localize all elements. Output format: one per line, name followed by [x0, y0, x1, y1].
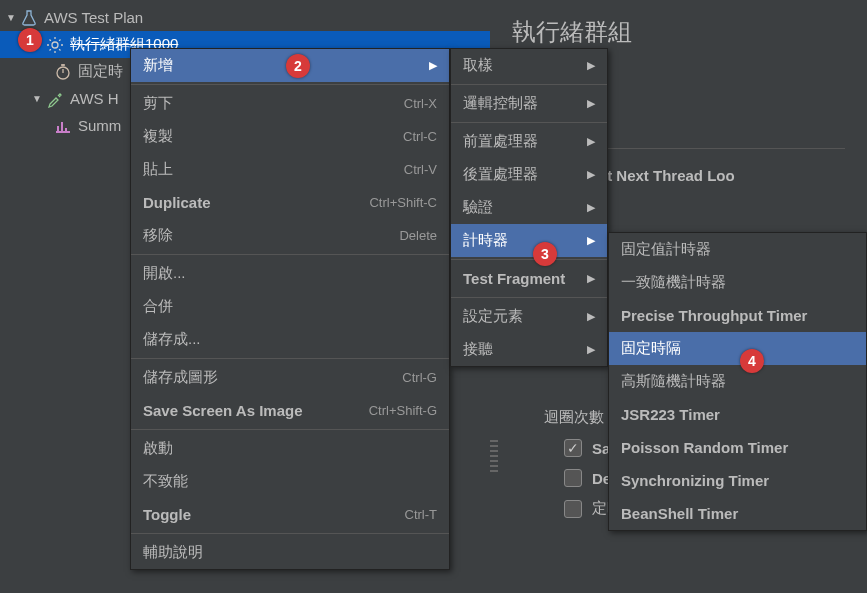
context-menu: 新增▶剪下Ctrl-X複製Ctrl-C貼上Ctrl-VDuplicateCtrl…: [130, 48, 450, 570]
menu-item[interactable]: Synchronizing Timer: [609, 464, 866, 497]
menu-separator: [131, 84, 449, 85]
menu-item[interactable]: DuplicateCtrl+Shift-C: [131, 186, 449, 219]
menu-separator: [131, 533, 449, 534]
menu-item[interactable]: 貼上Ctrl-V: [131, 153, 449, 186]
callout-badge: 3: [533, 242, 557, 266]
menu-item-label: 前置處理器: [463, 132, 538, 151]
menu-item[interactable]: ToggleCtrl-T: [131, 498, 449, 531]
menu-item[interactable]: 設定元素▶: [451, 300, 607, 333]
menu-shortcut: Ctrl+Shift-C: [369, 195, 437, 210]
menu-item[interactable]: 接聽▶: [451, 333, 607, 366]
menu-item[interactable]: Save Screen As ImageCtrl+Shift-G: [131, 394, 449, 427]
menu-item-label: Toggle: [143, 506, 191, 523]
menu-item[interactable]: 前置處理器▶: [451, 125, 607, 158]
callout-badge: 1: [18, 28, 42, 52]
menu-shortcut: Ctrl-V: [404, 162, 437, 177]
menu-item[interactable]: 固定值計時器: [609, 233, 866, 266]
expand-toggle-icon[interactable]: ▼: [30, 92, 44, 106]
callout-badge: 4: [740, 349, 764, 373]
submenu-arrow-icon: ▶: [587, 234, 595, 247]
checkbox-icon[interactable]: [564, 500, 582, 518]
submenu-arrow-icon: ▶: [429, 59, 437, 72]
menu-item-label: 合併: [143, 297, 173, 316]
menu-item-label: JSR223 Timer: [621, 406, 720, 423]
menu-item-label: 啟動: [143, 439, 173, 458]
menu-item[interactable]: BeanShell Timer: [609, 497, 866, 530]
menu-item[interactable]: 啟動: [131, 432, 449, 465]
menu-item-label: 計時器: [463, 231, 508, 250]
tree-root[interactable]: ▼ AWS Test Plan: [0, 4, 490, 31]
menu-item-label: 剪下: [143, 94, 173, 113]
submenu-arrow-icon: ▶: [587, 97, 595, 110]
menu-item[interactable]: Poisson Random Timer: [609, 431, 866, 464]
menu-item-label: Test Fragment: [463, 270, 565, 287]
menu-item-label: Precise Throughput Timer: [621, 307, 807, 324]
menu-item[interactable]: 高斯隨機計時器: [609, 365, 866, 398]
timer-icon: [54, 63, 72, 81]
flask-icon: [20, 9, 38, 27]
menu-item-label: Duplicate: [143, 194, 211, 211]
expand-toggle-icon[interactable]: ▼: [4, 11, 18, 25]
menu-shortcut: Ctrl-T: [405, 507, 438, 522]
submenu-timer: 固定值計時器一致隨機計時器Precise Throughput Timer固定時…: [608, 232, 867, 531]
menu-separator: [131, 429, 449, 430]
menu-item[interactable]: 計時器▶: [451, 224, 607, 257]
callout-badge: 2: [286, 54, 310, 78]
menu-shortcut: Ctrl-G: [402, 370, 437, 385]
menu-item[interactable]: 固定時隔: [609, 332, 866, 365]
menu-item[interactable]: 不致能: [131, 465, 449, 498]
menu-item[interactable]: 複製Ctrl-C: [131, 120, 449, 153]
menu-item-label: Save Screen As Image: [143, 402, 303, 419]
submenu-arrow-icon: ▶: [587, 310, 595, 323]
menu-item-label: BeanShell Timer: [621, 505, 738, 522]
menu-item-label: 儲存成圖形: [143, 368, 218, 387]
chart-icon: [54, 117, 72, 135]
tree-item-label: 固定時: [78, 62, 123, 81]
menu-shortcut: Delete: [399, 228, 437, 243]
menu-item[interactable]: Test Fragment▶: [451, 262, 607, 295]
submenu-add: 取樣▶邏輯控制器▶前置處理器▶後置處理器▶驗證▶計時器▶Test Fragmen…: [450, 48, 608, 367]
menu-item[interactable]: 開啟...: [131, 257, 449, 290]
menu-item[interactable]: 輔助說明: [131, 536, 449, 569]
menu-item-label: 設定元素: [463, 307, 523, 326]
menu-item-label: Poisson Random Timer: [621, 439, 788, 456]
menu-item-label: 接聽: [463, 340, 493, 359]
submenu-arrow-icon: ▶: [587, 135, 595, 148]
menu-item-label: 輔助說明: [143, 543, 203, 562]
submenu-arrow-icon: ▶: [587, 343, 595, 356]
menu-separator: [451, 297, 607, 298]
splitter-grip[interactable]: [490, 440, 498, 474]
menu-item[interactable]: 後置處理器▶: [451, 158, 607, 191]
menu-item[interactable]: 移除Delete: [131, 219, 449, 252]
menu-item-label: 邏輯控制器: [463, 94, 538, 113]
menu-item[interactable]: 儲存成...: [131, 323, 449, 356]
submenu-arrow-icon: ▶: [587, 272, 595, 285]
menu-item[interactable]: Precise Throughput Timer: [609, 299, 866, 332]
checkbox-icon[interactable]: ✓: [564, 439, 582, 457]
menu-item-label: 驗證: [463, 198, 493, 217]
menu-separator: [451, 259, 607, 260]
menu-item-label: 後置處理器: [463, 165, 538, 184]
menu-item-label: 固定值計時器: [621, 240, 711, 259]
menu-item[interactable]: 儲存成圖形Ctrl-G: [131, 361, 449, 394]
menu-item-label: 移除: [143, 226, 173, 245]
submenu-arrow-icon: ▶: [587, 59, 595, 72]
menu-item[interactable]: 驗證▶: [451, 191, 607, 224]
submenu-arrow-icon: ▶: [587, 168, 595, 181]
menu-item[interactable]: 邏輯控制器▶: [451, 87, 607, 120]
menu-item-label: 一致隨機計時器: [621, 273, 726, 292]
menu-item-label: 新增: [143, 56, 173, 75]
menu-item[interactable]: 剪下Ctrl-X: [131, 87, 449, 120]
menu-item[interactable]: 取樣▶: [451, 49, 607, 82]
menu-shortcut: Ctrl-X: [404, 96, 437, 111]
menu-item[interactable]: JSR223 Timer: [609, 398, 866, 431]
menu-item[interactable]: 一致隨機計時器: [609, 266, 866, 299]
checkbox-icon[interactable]: [564, 469, 582, 487]
menu-shortcut: Ctrl+Shift-G: [369, 403, 437, 418]
tree-root-label: AWS Test Plan: [44, 9, 143, 26]
menu-item-label: 複製: [143, 127, 173, 146]
menu-item-label: Synchronizing Timer: [621, 472, 769, 489]
menu-item-label: 儲存成...: [143, 330, 201, 349]
menu-item-label: 固定時隔: [621, 339, 681, 358]
menu-item[interactable]: 合併: [131, 290, 449, 323]
